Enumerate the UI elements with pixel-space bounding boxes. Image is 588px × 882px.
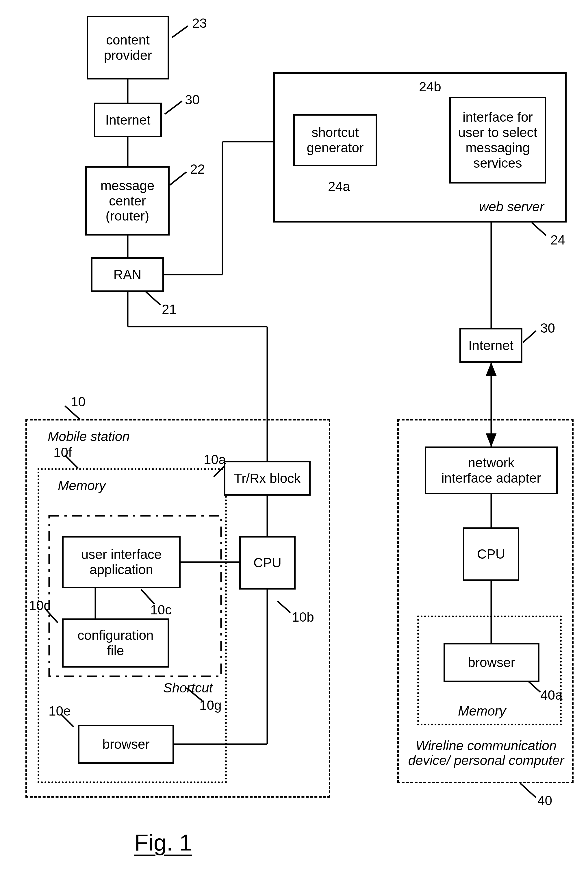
config-file-box: configurationfile <box>62 618 169 668</box>
ref-10c: 10c <box>150 603 172 617</box>
internet-right-text: Internet <box>468 338 513 353</box>
nic-box: networkinterface adapter <box>425 447 558 494</box>
ref-40: 40 <box>537 793 552 808</box>
message-center-box: messagecenter(router) <box>85 166 170 236</box>
cpu-ms-box: CPU <box>239 536 296 590</box>
svg-line-20 <box>172 26 188 38</box>
interface-select-text: interface foruser to selectmessagingserv… <box>458 110 537 171</box>
memory-ms-label: Memory <box>58 478 106 493</box>
cpu-ms-text: CPU <box>254 555 281 570</box>
ref-10a: 10a <box>204 452 226 467</box>
figure-caption: Fig. 1 <box>134 830 192 856</box>
browser-pc-text: browser <box>468 655 515 670</box>
internet-top-box: Internet <box>94 103 162 137</box>
ref-30-right: 30 <box>540 321 555 336</box>
mobile-station-label: Mobile station <box>48 429 130 444</box>
browser-ms-box: browser <box>78 725 174 764</box>
diagram-canvas: contentprovider 23 Internet 30 messagece… <box>0 0 588 882</box>
memory-pc-label: Memory <box>458 704 506 718</box>
content-provider-text: contentprovider <box>104 32 152 63</box>
config-file-text: configurationfile <box>77 628 153 658</box>
ref-24: 24 <box>550 232 565 248</box>
ref-21: 21 <box>162 302 177 317</box>
content-provider-box: contentprovider <box>87 16 169 80</box>
ref-10b: 10b <box>292 610 314 624</box>
ref-24b: 24b <box>419 80 441 94</box>
interface-select-box: interface foruser to selectmessagingserv… <box>449 97 546 183</box>
nic-text: networkinterface adapter <box>441 455 541 486</box>
ref-30-top: 30 <box>185 93 200 107</box>
shortcut-label: Shortcut <box>163 681 213 695</box>
ran-text: RAN <box>113 267 141 282</box>
ran-box: RAN <box>91 257 164 292</box>
ref-22: 22 <box>190 162 205 177</box>
wireline-device-label: Wireline communicationdevice/ personal c… <box>405 738 568 768</box>
internet-top-text: Internet <box>105 112 150 128</box>
cpu-pc-text: CPU <box>477 546 505 562</box>
svg-line-26 <box>532 222 546 236</box>
trrx-text: Tr/Rx block <box>234 471 301 486</box>
cpu-pc-box: CPU <box>463 527 519 581</box>
internet-right-box: Internet <box>459 328 522 363</box>
ref-24a: 24a <box>328 179 350 194</box>
ref-40a: 40a <box>540 688 562 702</box>
ref-10d: 10d <box>29 598 51 613</box>
svg-line-23 <box>146 292 160 305</box>
ref-10g: 10g <box>200 698 222 712</box>
browser-pc-box: browser <box>444 643 540 682</box>
trrx-box: Tr/Rx block <box>224 461 310 496</box>
shortcut-generator-box: shortcutgenerator <box>293 114 377 166</box>
ui-app-box: user interfaceapplication <box>62 536 181 588</box>
shortcut-generator-text: shortcutgenerator <box>307 125 364 156</box>
ref-10e: 10e <box>48 704 71 718</box>
ref-10: 10 <box>71 394 86 409</box>
svg-line-37 <box>520 783 536 798</box>
svg-line-22 <box>170 172 186 185</box>
svg-marker-11 <box>486 363 496 376</box>
browser-ms-text: browser <box>102 736 150 752</box>
message-center-text: messagecenter(router) <box>100 178 154 224</box>
svg-line-21 <box>165 101 182 114</box>
ref-10f: 10f <box>54 445 72 460</box>
web-server-label: web server <box>479 200 544 214</box>
svg-line-27 <box>523 331 536 342</box>
ref-23: 23 <box>192 16 207 31</box>
ui-app-text: user interfaceapplication <box>81 547 162 578</box>
